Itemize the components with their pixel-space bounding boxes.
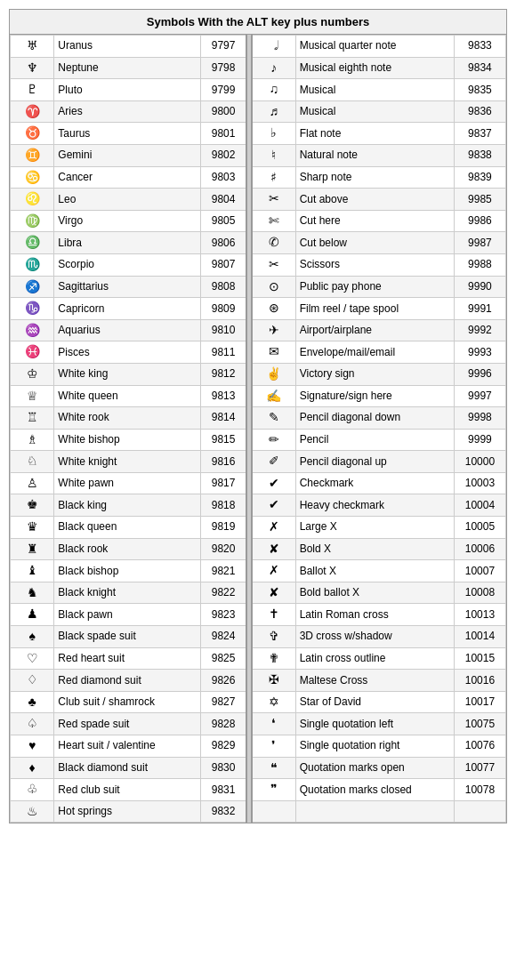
table-row: ♟ Black pawn 9823 ✝ Latin Roman cross 10… xyxy=(11,604,506,626)
symbol-right: ✎ xyxy=(252,407,295,430)
symbol-right: ✏ xyxy=(252,429,295,451)
name-left: White king xyxy=(54,363,200,385)
symbol-left: ♟ xyxy=(11,604,54,626)
symbol-right: ✘ xyxy=(252,582,295,604)
name-right: Envelope/mail/email xyxy=(295,341,454,364)
name-right: Quotation marks closed xyxy=(295,779,454,801)
name-left: Pluto xyxy=(54,79,200,101)
name-left: White knight xyxy=(54,451,200,473)
name-left: Red heart suit xyxy=(54,647,200,670)
name-right: Natural note xyxy=(295,144,454,166)
table-row: ♓ Pisces 9811 ✉ Envelope/mail/email 9993 xyxy=(11,341,506,364)
code-left: 9816 xyxy=(200,451,246,473)
table-row: ♅ Uranus 9797 𝅗𝅥 Musical quarter note 98… xyxy=(11,36,506,58)
symbol-right: ❜ xyxy=(252,735,295,758)
table-row: ♣ Club suit / shamrock 9827 ✡ Star of Da… xyxy=(11,691,506,713)
name-right: Latin Roman cross xyxy=(295,604,454,626)
code-left: 9830 xyxy=(200,757,246,779)
name-right: Victory sign xyxy=(295,363,454,385)
table-row: ♖ White rook 9814 ✎ Pencil diagonal down… xyxy=(11,407,506,430)
code-left: 9812 xyxy=(200,363,246,385)
name-left: White pawn xyxy=(54,472,200,494)
name-right xyxy=(295,800,454,823)
name-right: Heavy checkmark xyxy=(295,494,454,517)
symbol-right: ♮ xyxy=(252,144,295,166)
name-left: White rook xyxy=(54,407,200,430)
name-right: Musical xyxy=(295,79,454,101)
symbol-left: ♑ xyxy=(11,298,54,320)
code-right: 10014 xyxy=(454,626,505,648)
code-right: 10008 xyxy=(454,582,505,604)
symbol-right: 𝅗𝅥 xyxy=(252,36,295,58)
name-right: 3D cross w/shadow xyxy=(295,626,454,648)
name-right: Film reel / tape spool xyxy=(295,298,454,320)
symbol-left: ♇ xyxy=(11,79,54,101)
name-right: Bold ballot X xyxy=(295,582,454,604)
table-row: ♛ Black queen 9819 ✗ Large X 10005 xyxy=(11,517,506,539)
table-row: ♤ Red spade suit 9828 ❛ Single quotation… xyxy=(11,713,506,735)
symbol-right: ✆ xyxy=(252,232,295,254)
code-right: 9998 xyxy=(454,407,505,430)
code-left: 9820 xyxy=(200,538,246,560)
symbol-right: ❝ xyxy=(252,757,295,779)
code-left: 9811 xyxy=(200,341,246,364)
symbol-left: ♞ xyxy=(11,582,54,604)
symbol-right: ✗ xyxy=(252,560,295,582)
code-right: 9837 xyxy=(454,123,505,145)
code-left: 9824 xyxy=(200,626,246,648)
code-left: 9805 xyxy=(200,210,246,232)
name-left: Cancer xyxy=(54,166,200,189)
code-right: 9996 xyxy=(454,363,505,385)
code-right: 9833 xyxy=(454,36,505,58)
code-right: 9993 xyxy=(454,341,505,364)
table-row: ♗ White bishop 9815 ✏ Pencil 9999 xyxy=(11,429,506,451)
name-left: Leo xyxy=(54,189,200,211)
name-right: Checkmark xyxy=(295,472,454,494)
code-right: 10013 xyxy=(454,604,505,626)
symbol-left: ♓ xyxy=(11,341,54,364)
table-row: ♨ Hot springs 9832 xyxy=(11,800,506,823)
code-right: 9997 xyxy=(454,385,505,407)
table-row: ♙ White pawn 9817 ✔ Checkmark 10003 xyxy=(11,472,506,494)
table-row: ♇ Pluto 9799 ♫ Musical 9835 xyxy=(11,79,506,101)
code-right: 9988 xyxy=(454,253,505,276)
symbol-right: ✈ xyxy=(252,319,295,341)
name-left: Black bishop xyxy=(54,560,200,582)
name-left: Taurus xyxy=(54,123,200,145)
symbol-left: ♛ xyxy=(11,517,54,539)
table-row: ♔ White king 9812 ✌ Victory sign 9996 xyxy=(11,363,506,385)
name-left: Black knight xyxy=(54,582,200,604)
name-left: Virgo xyxy=(54,210,200,232)
code-left: 9800 xyxy=(200,100,246,123)
table-row: ♕ White queen 9813 ✍ Signature/sign here… xyxy=(11,385,506,407)
symbol-right: ✌ xyxy=(252,363,295,385)
name-right: Pencil xyxy=(295,429,454,451)
code-left: 9808 xyxy=(200,276,246,298)
code-left: 9827 xyxy=(200,691,246,713)
symbol-left: ♅ xyxy=(11,36,54,58)
name-left: Aries xyxy=(54,100,200,123)
code-left: 9832 xyxy=(200,800,246,823)
name-right: Airport/airplane xyxy=(295,319,454,341)
table-row: ♋ Cancer 9803 ♯ Sharp note 9839 xyxy=(11,166,506,189)
symbol-right: ✐ xyxy=(252,451,295,473)
code-right: 10004 xyxy=(454,494,505,517)
code-right: 10076 xyxy=(454,735,505,758)
code-right: 9834 xyxy=(454,57,505,79)
table-row: ♊ Gemini 9802 ♮ Natural note 9838 xyxy=(11,144,506,166)
page-title: Symbols With the ALT key plus numbers xyxy=(10,10,506,35)
name-right: Sharp note xyxy=(295,166,454,189)
symbols-table: ♅ Uranus 9797 𝅗𝅥 Musical quarter note 98… xyxy=(10,35,506,823)
symbol-right: ✡ xyxy=(252,691,295,713)
code-right: 10077 xyxy=(454,757,505,779)
table-row: ♈ Aries 9800 ♬ Musical 9836 xyxy=(11,100,506,123)
symbol-left: ♋ xyxy=(11,166,54,189)
symbol-left: ♣ xyxy=(11,691,54,713)
name-left: Black pawn xyxy=(54,604,200,626)
name-left: Black diamond suit xyxy=(54,757,200,779)
name-right: Ballot X xyxy=(295,560,454,582)
code-left: 9802 xyxy=(200,144,246,166)
name-right: Musical quarter note xyxy=(295,36,454,58)
symbol-left: ♜ xyxy=(11,538,54,560)
code-right: 10003 xyxy=(454,472,505,494)
